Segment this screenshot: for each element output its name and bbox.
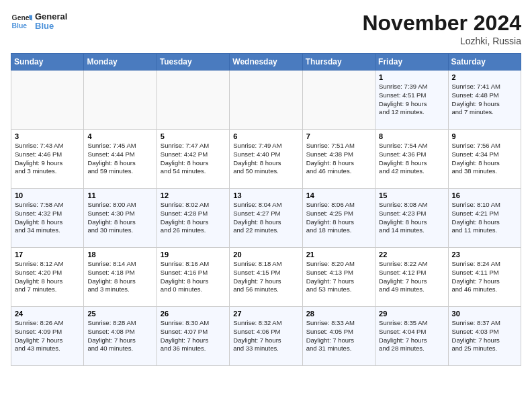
day-cell: 26Sunrise: 8:30 AM Sunset: 4:07 PM Dayli… (157, 307, 229, 366)
day-number: 3 (15, 132, 80, 140)
logo-general: General (35, 12, 67, 21)
week-row-2: 3Sunrise: 7:43 AM Sunset: 4:46 PM Daylig… (11, 130, 521, 189)
weekday-header-tuesday: Tuesday (157, 54, 229, 71)
day-cell: 4Sunrise: 7:45 AM Sunset: 4:44 PM Daylig… (84, 130, 157, 189)
day-number: 26 (161, 310, 226, 318)
weekday-header-monday: Monday (84, 54, 157, 71)
day-info: Sunrise: 8:18 AM Sunset: 4:15 PM Dayligh… (233, 260, 298, 294)
day-cell: 6Sunrise: 7:49 AM Sunset: 4:40 PM Daylig… (230, 130, 302, 189)
weekday-header-friday: Friday (375, 54, 448, 71)
day-cell: 17Sunrise: 8:12 AM Sunset: 4:20 PM Dayli… (11, 248, 84, 307)
day-info: Sunrise: 8:20 AM Sunset: 4:13 PM Dayligh… (306, 260, 371, 294)
day-info: Sunrise: 7:43 AM Sunset: 4:46 PM Dayligh… (15, 142, 80, 176)
calendar-title: November 2024 (362, 11, 521, 36)
day-cell: 30Sunrise: 8:37 AM Sunset: 4:03 PM Dayli… (448, 307, 521, 366)
day-info: Sunrise: 7:39 AM Sunset: 4:51 PM Dayligh… (379, 83, 444, 117)
day-info: Sunrise: 8:16 AM Sunset: 4:16 PM Dayligh… (161, 260, 226, 294)
weekday-header-saturday: Saturday (448, 54, 521, 71)
day-cell: 16Sunrise: 8:10 AM Sunset: 4:21 PM Dayli… (448, 189, 521, 248)
day-number: 9 (452, 132, 517, 140)
logo: General Blue General Blue (11, 11, 67, 32)
week-row-4: 17Sunrise: 8:12 AM Sunset: 4:20 PM Dayli… (11, 248, 521, 307)
weekday-header-wednesday: Wednesday (230, 54, 302, 71)
weekday-header-row: SundayMondayTuesdayWednesdayThursdayFrid… (11, 54, 521, 71)
day-info: Sunrise: 8:24 AM Sunset: 4:11 PM Dayligh… (452, 260, 517, 294)
day-number: 20 (233, 250, 298, 259)
day-number: 28 (306, 310, 371, 318)
day-info: Sunrise: 8:37 AM Sunset: 4:03 PM Dayligh… (452, 319, 517, 353)
day-cell (84, 71, 157, 130)
day-cell: 18Sunrise: 8:14 AM Sunset: 4:18 PM Dayli… (84, 248, 157, 307)
week-row-3: 10Sunrise: 7:58 AM Sunset: 4:32 PM Dayli… (11, 189, 521, 248)
day-cell: 28Sunrise: 8:33 AM Sunset: 4:05 PM Dayli… (302, 307, 375, 366)
day-info: Sunrise: 8:04 AM Sunset: 4:27 PM Dayligh… (233, 201, 298, 235)
calendar-table: SundayMondayTuesdayWednesdayThursdayFrid… (11, 53, 521, 366)
day-cell: 15Sunrise: 8:08 AM Sunset: 4:23 PM Dayli… (375, 189, 448, 248)
day-cell: 22Sunrise: 8:22 AM Sunset: 4:12 PM Dayli… (375, 248, 448, 307)
day-cell: 27Sunrise: 8:32 AM Sunset: 4:06 PM Dayli… (230, 307, 302, 366)
calendar-subtitle: Lozhki, Russia (362, 36, 521, 46)
day-info: Sunrise: 8:12 AM Sunset: 4:20 PM Dayligh… (15, 260, 80, 294)
day-number: 5 (161, 132, 226, 140)
logo-blue: Blue (35, 21, 67, 31)
day-info: Sunrise: 8:35 AM Sunset: 4:04 PM Dayligh… (379, 319, 444, 353)
day-info: Sunrise: 8:30 AM Sunset: 4:07 PM Dayligh… (161, 319, 226, 353)
day-number: 29 (379, 310, 444, 318)
day-cell: 2Sunrise: 7:41 AM Sunset: 4:48 PM Daylig… (448, 71, 521, 130)
day-info: Sunrise: 8:10 AM Sunset: 4:21 PM Dayligh… (452, 201, 517, 235)
day-number: 2 (452, 73, 517, 81)
day-info: Sunrise: 8:28 AM Sunset: 4:08 PM Dayligh… (87, 319, 152, 353)
day-number: 16 (452, 191, 517, 199)
day-number: 21 (306, 250, 371, 259)
day-cell: 12Sunrise: 8:02 AM Sunset: 4:28 PM Dayli… (157, 189, 229, 248)
day-info: Sunrise: 8:02 AM Sunset: 4:28 PM Dayligh… (161, 201, 226, 235)
day-info: Sunrise: 7:54 AM Sunset: 4:36 PM Dayligh… (379, 142, 444, 176)
day-number: 17 (15, 250, 80, 259)
day-cell (11, 71, 84, 130)
day-cell: 14Sunrise: 8:06 AM Sunset: 4:25 PM Dayli… (302, 189, 375, 248)
page-header: General Blue General Blue November 2024 … (11, 11, 521, 46)
day-cell: 24Sunrise: 8:26 AM Sunset: 4:09 PM Dayli… (11, 307, 84, 366)
day-info: Sunrise: 7:56 AM Sunset: 4:34 PM Dayligh… (452, 142, 517, 176)
day-number: 15 (379, 191, 444, 199)
day-cell: 1Sunrise: 7:39 AM Sunset: 4:51 PM Daylig… (375, 71, 448, 130)
day-number: 19 (161, 250, 226, 259)
day-number: 24 (15, 310, 80, 318)
day-info: Sunrise: 7:41 AM Sunset: 4:48 PM Dayligh… (452, 83, 517, 117)
day-number: 8 (379, 132, 444, 140)
weekday-header-thursday: Thursday (302, 54, 375, 71)
day-cell: 20Sunrise: 8:18 AM Sunset: 4:15 PM Dayli… (230, 248, 302, 307)
day-cell: 11Sunrise: 8:00 AM Sunset: 4:30 PM Dayli… (84, 189, 157, 248)
day-cell: 29Sunrise: 8:35 AM Sunset: 4:04 PM Dayli… (375, 307, 448, 366)
day-info: Sunrise: 8:08 AM Sunset: 4:23 PM Dayligh… (379, 201, 444, 235)
svg-text:Blue: Blue (12, 22, 28, 30)
day-number: 23 (452, 250, 517, 259)
title-block: November 2024 Lozhki, Russia (362, 11, 521, 46)
logo-icon: General Blue (11, 11, 32, 32)
day-cell (230, 71, 302, 130)
day-info: Sunrise: 8:32 AM Sunset: 4:06 PM Dayligh… (233, 319, 298, 353)
day-cell: 7Sunrise: 7:51 AM Sunset: 4:38 PM Daylig… (302, 130, 375, 189)
day-number: 4 (87, 132, 152, 140)
day-cell: 21Sunrise: 8:20 AM Sunset: 4:13 PM Dayli… (302, 248, 375, 307)
day-number: 6 (233, 132, 298, 140)
day-number: 30 (452, 310, 517, 318)
day-info: Sunrise: 8:22 AM Sunset: 4:12 PM Dayligh… (379, 260, 444, 294)
day-number: 13 (233, 191, 298, 199)
day-number: 27 (233, 310, 298, 318)
day-number: 18 (87, 250, 152, 259)
day-info: Sunrise: 8:26 AM Sunset: 4:09 PM Dayligh… (15, 319, 80, 353)
day-info: Sunrise: 7:45 AM Sunset: 4:44 PM Dayligh… (87, 142, 152, 176)
day-number: 25 (87, 310, 152, 318)
day-info: Sunrise: 7:58 AM Sunset: 4:32 PM Dayligh… (15, 201, 80, 235)
day-info: Sunrise: 8:06 AM Sunset: 4:25 PM Dayligh… (306, 201, 371, 235)
day-cell: 10Sunrise: 7:58 AM Sunset: 4:32 PM Dayli… (11, 189, 84, 248)
day-info: Sunrise: 8:00 AM Sunset: 4:30 PM Dayligh… (87, 201, 152, 235)
day-number: 7 (306, 132, 371, 140)
day-cell: 23Sunrise: 8:24 AM Sunset: 4:11 PM Dayli… (448, 248, 521, 307)
day-info: Sunrise: 7:49 AM Sunset: 4:40 PM Dayligh… (233, 142, 298, 176)
day-number: 14 (306, 191, 371, 199)
day-cell: 3Sunrise: 7:43 AM Sunset: 4:46 PM Daylig… (11, 130, 84, 189)
day-cell: 19Sunrise: 8:16 AM Sunset: 4:16 PM Dayli… (157, 248, 229, 307)
day-info: Sunrise: 7:51 AM Sunset: 4:38 PM Dayligh… (306, 142, 371, 176)
